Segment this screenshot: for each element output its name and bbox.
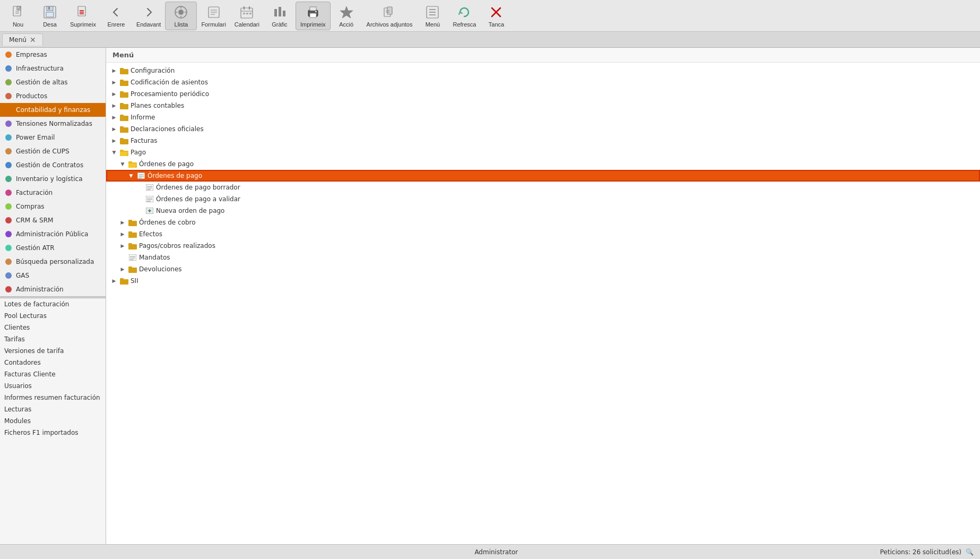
- sidebar-item-administracion[interactable]: Administración: [0, 282, 106, 296]
- sidebar-item-productos[interactable]: Productos: [0, 89, 106, 103]
- sidebar-item-gas[interactable]: GAS: [0, 269, 106, 282]
- sidebar-item-label-power-email: Power Email: [16, 134, 55, 141]
- lower-item-4[interactable]: Versiones de tarifa: [0, 345, 106, 357]
- tree-arrow-facturas: ▶: [110, 137, 118, 144]
- sidebar-item-label-productos: Productos: [16, 92, 47, 100]
- tree-item-configuracion[interactable]: ▶ Configuración: [106, 65, 980, 76]
- sidebar-item-facturacion[interactable]: Facturación: [0, 186, 106, 200]
- statusbar-search-icon[interactable]: 🔍: [966, 548, 974, 556]
- grafic-label: Gràfic: [272, 21, 287, 28]
- sidebar-item-inventario[interactable]: Inventario y logística: [0, 172, 106, 186]
- tree-item-ordenes-pago-selected[interactable]: ▼ Órdenes de pago: [106, 170, 980, 182]
- svg-rect-101: [128, 233, 137, 238]
- lower-item-8[interactable]: Informes resumen facturación: [0, 392, 106, 403]
- accio-button[interactable]: Acció: [331, 2, 362, 30]
- tree-item-declaraciones[interactable]: ▶ Declaraciones oficiales: [106, 123, 980, 135]
- tree-item-efectos[interactable]: ▶ Efectos: [106, 228, 980, 240]
- tanca-icon: [488, 4, 504, 20]
- lower-item-11[interactable]: Ficheros F1 importados: [0, 427, 106, 438]
- tree-item-sii[interactable]: ▶ SII: [106, 275, 980, 287]
- accio-label: Acció: [339, 21, 353, 28]
- lower-item-0[interactable]: Lotes de facturación: [0, 298, 106, 310]
- content-header-label: Menú: [112, 51, 134, 59]
- sidebar-item-gestion-contratos[interactable]: Gestión de Contratos: [0, 158, 106, 172]
- tree-item-pagos-cobros[interactable]: ▶ Pagos/cobros realizados: [106, 240, 980, 252]
- tree-label-procesamiento: Procesamiento periódico: [131, 90, 209, 98]
- sidebar-item-label-gestion-altas: Gestión de altas: [16, 79, 68, 86]
- tree-item-pago[interactable]: ▼ Pago: [106, 147, 980, 158]
- tree-item-codificacion[interactable]: ▶ Codificación de asientos: [106, 76, 980, 88]
- facturacion-icon: [4, 188, 13, 197]
- lower-item-5[interactable]: Contadores: [0, 357, 106, 368]
- refresca-button[interactable]: Refresca: [448, 2, 480, 30]
- gas-icon: [4, 271, 13, 280]
- tab-close-button[interactable]: ✕: [30, 36, 36, 44]
- sidebar-item-infraestructura[interactable]: Infraestructura: [0, 62, 106, 75]
- lower-item-6[interactable]: Facturas Cliente: [0, 368, 106, 380]
- menu-button[interactable]: Menú: [417, 2, 448, 30]
- sidebar-item-busqueda[interactable]: Búsqueda personalizada: [0, 255, 106, 269]
- enrere-button[interactable]: Enrere: [100, 2, 132, 30]
- grafic-icon: [272, 4, 288, 20]
- tree-item-ordenes-pago-validar[interactable]: Órdenes de pago a validar: [106, 193, 980, 205]
- sidebar-item-gestion-altas[interactable]: Gestión de altas: [0, 75, 106, 89]
- tree-arrow-planes: ▶: [110, 102, 118, 109]
- tree-item-informe[interactable]: ▶ Informe: [106, 111, 980, 123]
- nou-icon: [10, 4, 26, 20]
- svg-rect-103: [128, 244, 137, 250]
- svg-rect-66: [120, 69, 128, 74]
- sidebar-item-compras[interactable]: Compras: [0, 200, 106, 213]
- busqueda-icon: [4, 257, 13, 266]
- tree-item-mandatos[interactable]: Mandatos: [106, 252, 980, 263]
- archivos-button[interactable]: Archivos adjuntos: [362, 2, 417, 30]
- sidebar-item-empresas[interactable]: Empresas: [0, 48, 106, 62]
- tree-item-ordenes-pago-parent[interactable]: ▼ Órdenes de pago: [106, 158, 980, 170]
- sidebar-item-label-empresas: Empresas: [16, 51, 47, 58]
- svg-rect-67: [120, 68, 124, 70]
- svg-rect-112: [120, 278, 124, 280]
- svg-rect-71: [120, 91, 124, 93]
- sidebar-item-tensiones[interactable]: Tensiones Normalizadas: [0, 117, 106, 131]
- tree-arrow-efectos: ▶: [119, 230, 126, 238]
- tree-item-devoluciones[interactable]: ▶ Devoluciones: [106, 263, 980, 275]
- lower-item-9[interactable]: Lecturas: [0, 403, 106, 415]
- svg-point-54: [5, 134, 12, 141]
- tree-icon-ordenes-pago-selected: [137, 171, 145, 180]
- sidebar-item-power-email[interactable]: Power Email: [0, 131, 106, 144]
- desa-button[interactable]: Desa: [34, 2, 66, 30]
- grafic-button[interactable]: Gràfic: [264, 2, 296, 30]
- lower-item-2[interactable]: Clientes: [0, 322, 106, 333]
- calendari-button[interactable]: Calendari: [230, 2, 264, 30]
- llista-button[interactable]: Llista: [165, 2, 197, 30]
- imprimeix-button[interactable]: Imprimeix: [296, 2, 331, 30]
- lower-item-10[interactable]: Modules: [0, 415, 106, 427]
- sidebar-item-crm[interactable]: CRM & SRM: [0, 213, 106, 227]
- tree-item-facturas[interactable]: ▶ Facturas: [106, 135, 980, 147]
- svg-rect-30: [274, 9, 277, 16]
- contabilidad-icon: [4, 106, 13, 114]
- svg-rect-31: [279, 7, 281, 16]
- tree-item-ordenes-cobro[interactable]: ▶ Órdenes de cobro: [106, 217, 980, 228]
- lower-item-3[interactable]: Tarifas: [0, 333, 106, 345]
- suprimeix-icon: [75, 4, 91, 20]
- suprimeix-button[interactable]: Suprimeix: [66, 2, 100, 30]
- sidebar-item-contabilidad[interactable]: Contabilidad y finanzas: [0, 103, 106, 117]
- tree-item-planes[interactable]: ▶ Planes contables: [106, 100, 980, 111]
- svg-point-48: [5, 51, 12, 58]
- tree-arrow-ordenes-pago-validar: [136, 195, 143, 203]
- formulari-button[interactable]: Formulari: [197, 2, 230, 30]
- tree-item-ordenes-pago-borrador[interactable]: Órdenes de pago borrador: [106, 182, 980, 193]
- tanca-button[interactable]: Tanca: [480, 2, 512, 30]
- svg-rect-102: [128, 231, 132, 233]
- tree-item-procesamiento[interactable]: ▶ Procesamiento periódico: [106, 88, 980, 100]
- nou-button[interactable]: Nou: [2, 2, 34, 30]
- lower-item-1[interactable]: Pool Lecturas: [0, 310, 106, 322]
- sidebar-item-gestion-atr[interactable]: Gestión ATR: [0, 241, 106, 255]
- sidebar-item-gestion-cups[interactable]: Gestión de CUPS: [0, 144, 106, 158]
- endavant-button[interactable]: Endavant: [132, 2, 165, 30]
- lower-item-7[interactable]: Usuarios: [0, 380, 106, 392]
- menu-tab[interactable]: Menú ✕: [2, 33, 43, 46]
- tree-item-nueva-orden[interactable]: Nueva orden de pago: [106, 205, 980, 217]
- tree-icon-planes: [120, 101, 128, 110]
- sidebar-item-admin-publica[interactable]: Administración Pública: [0, 227, 106, 241]
